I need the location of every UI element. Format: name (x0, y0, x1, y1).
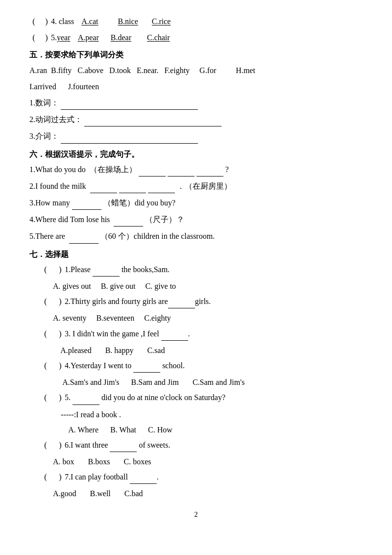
s6-q2-blank3[interactable] (148, 179, 175, 193)
s6-q4-blank[interactable] (114, 213, 143, 227)
c1-b: B. give out (101, 282, 136, 290)
c3-stem-line: ( )3. I didn't win the game ,I feel . (41, 327, 363, 341)
q4-text: ( )4. class A.cat B.nice C.rice (29, 17, 171, 25)
c2-b: B.seventeen (96, 314, 134, 322)
c5-b: B. What (110, 426, 136, 434)
c3-a: A.pleased (60, 346, 92, 354)
s6-q2-blank2[interactable] (119, 179, 146, 193)
c4-c: C.Sam and Jim's (193, 378, 245, 386)
wordlist-text: A.ran B.fifty C.above D.took E.near. F.e… (29, 66, 255, 75)
q4-line: ( )4. class A.cat B.nice C.rice (29, 15, 363, 28)
c4-blank[interactable] (133, 359, 160, 373)
s6-q1: 1.What do you do （在操场上） ? (29, 163, 363, 177)
cat2-line: 2.动词过去式： (29, 113, 363, 126)
c5-c: C. How (148, 426, 172, 434)
c2-a: A. seventy (53, 314, 86, 322)
c1-a: A. gives out (53, 282, 91, 290)
c7-b: B.well (90, 489, 111, 498)
c7-blank[interactable] (130, 470, 157, 484)
c3-c: C.sad (147, 346, 165, 354)
c6-stem-line: ( )6.I want three of sweets. (41, 438, 363, 452)
c3-b: B. happy (105, 346, 134, 354)
c3-choices: A.pleased B. happy C.sad (53, 344, 363, 357)
c2-choices: A. seventy B.seventeen C.eighty (53, 311, 363, 325)
c2-stem-line: ( )2.Thirty girls and fourty girls are g… (41, 295, 363, 308)
cat3-blank[interactable] (61, 129, 198, 143)
wordlist-line1: A.ran B.fifty C.above D.took E.near. F.e… (29, 64, 363, 77)
c1-c: C. give to (145, 282, 176, 290)
c5-reply-line: -----:I read a book . (53, 408, 363, 421)
wordlist-line2: I.arrived J.fourteen (29, 80, 363, 93)
c5-choices: A. Where B. What C. How (53, 423, 363, 436)
section7-header: 七．选择题 (29, 248, 363, 261)
s6-q2-blank1[interactable] (90, 179, 117, 193)
c6-choices: A. box B.boxs C. boxes (53, 455, 363, 468)
s6-q2: 2.I found the milk ．（在厨房里） (29, 179, 363, 193)
c2-c: C.eighty (144, 314, 171, 322)
cat2-blank[interactable] (84, 113, 221, 126)
s6-q3: 3.How many （蜡笔）did you buy? (29, 196, 363, 210)
section6-header: 六．根据汉语提示，完成句子。 (29, 148, 363, 161)
s6-q5: 5.There are （60 个）children in the classr… (29, 229, 363, 243)
q5-text: ( )5.year A.pear B.dear C.chair (29, 33, 170, 42)
cat3-label: 3.介词： (29, 132, 59, 140)
s6-q3-blank[interactable] (72, 196, 101, 210)
section5-header: 五．按要求给下列单词分类 (29, 48, 363, 61)
page-number: 2 (29, 510, 363, 519)
cat1-label: 1.数词： (29, 99, 59, 107)
c6-blank[interactable] (110, 438, 137, 452)
c7-a: A.good (53, 489, 76, 498)
c1-stem-line: ( )1.Please the books,Sam. (41, 263, 363, 277)
c2-blank[interactable] (168, 295, 195, 308)
c4-b: B.Sam and Jim (131, 378, 179, 386)
c1-choices: A. gives out B. give out C. give to (53, 279, 363, 293)
c3-blank[interactable] (161, 327, 188, 341)
s6-q1-blank2[interactable] (168, 163, 195, 177)
c6-a: A. box (53, 457, 74, 466)
c7-stem-line: ( )7.I can play football . (41, 470, 363, 484)
c4-stem-line: ( )4.Yesterday I went to school. (41, 359, 363, 373)
s6-q1-blank3[interactable] (196, 163, 223, 177)
wordlist-text2: I.arrived J.fourteen (29, 82, 99, 91)
c6-b: B.boxs (88, 457, 110, 466)
c5-a: A. Where (68, 426, 98, 434)
s6-q1-blank1[interactable] (139, 163, 166, 177)
c4-choices: A.Sam's and Jim's B.Sam and Jim C.Sam an… (53, 376, 363, 389)
cat2-label: 2.动词过去式： (29, 115, 82, 124)
cat1-blank[interactable] (61, 96, 198, 110)
q5-line: ( )5.year A.pear B.dear C.chair (29, 31, 363, 44)
c5-blank[interactable] (73, 391, 99, 404)
c7-choices: A.good B.well C.bad (53, 487, 363, 500)
cat1-line: 1.数词： (29, 96, 363, 110)
s6-q4: 4.Where did Tom lose his （尺子）？ (29, 213, 363, 227)
s6-q5-blank[interactable] (69, 229, 98, 243)
cat3-line: 3.介词： (29, 129, 363, 143)
c5-stem-line: ( )5. did you do at nine o'clock on Satu… (41, 391, 363, 404)
c6-c: C. boxes (123, 457, 151, 466)
c7-c: C.bad (124, 489, 143, 498)
c1-blank[interactable] (93, 263, 120, 277)
c4-a: A.Sam's and Jim's (62, 378, 119, 386)
